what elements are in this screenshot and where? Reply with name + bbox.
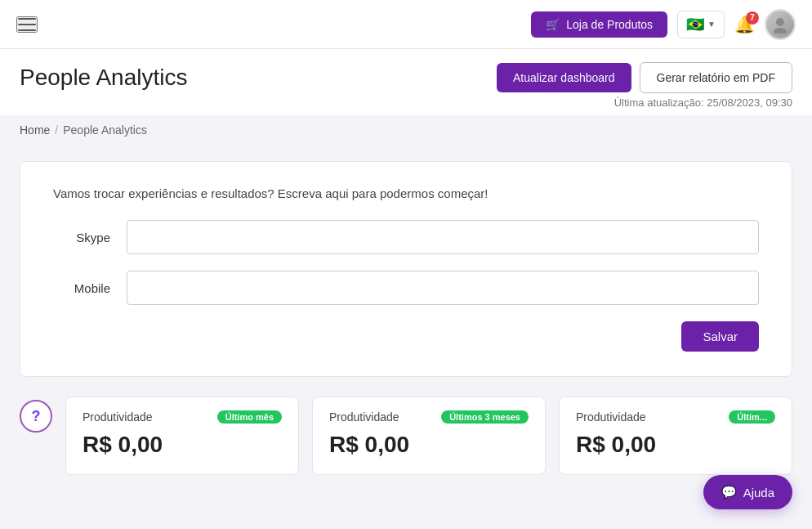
form-actions: Salvar (53, 321, 759, 352)
last-update-text: Última atualização: 25/08/2023, 09:30 (20, 96, 792, 109)
metric-value-2: R$ 0,00 (576, 432, 775, 458)
mobile-input[interactable] (127, 271, 759, 305)
skype-input[interactable] (127, 220, 759, 254)
metric-value-0: R$ 0,00 (83, 432, 282, 458)
metric-badge-1: Últimos 3 meses (441, 410, 529, 424)
skype-row: Skype (53, 220, 759, 254)
main-content: Vamos trocar experiências e resultados? … (0, 145, 812, 491)
svg-point-0 (776, 18, 784, 26)
page-header-top: People Analytics Atualizar dashboard Ger… (20, 62, 792, 93)
hamburger-button[interactable] (16, 16, 38, 33)
metric-card-2: Produtividade Últim... R$ 0,00 (559, 397, 792, 475)
metric-card-header-1: Produtividade Últimos 3 meses (329, 410, 529, 424)
flag-emoji: 🇧🇷 (686, 16, 704, 34)
notifications-button[interactable]: 🔔 7 (734, 15, 755, 34)
cart-icon: 🛒 (546, 18, 560, 31)
contact-card: Vamos trocar experiências e resultados? … (20, 161, 792, 377)
store-button[interactable]: 🛒 Loja de Produtos (531, 11, 667, 38)
metric-card-1: Produtividade Últimos 3 meses R$ 0,00 (312, 397, 546, 475)
metric-badge-2: Últim... (729, 410, 775, 424)
metric-card-title-1: Produtividade (329, 410, 399, 424)
hamburger-line-3 (18, 29, 36, 31)
notification-badge: 7 (746, 11, 759, 25)
chat-icon: 💬 (721, 485, 737, 500)
page-title: People Analytics (20, 65, 187, 91)
save-button[interactable]: Salvar (681, 321, 759, 352)
mobile-label: Mobile (53, 281, 110, 295)
svg-point-1 (774, 28, 787, 34)
metric-card-header-0: Produtividade Último mês (83, 410, 282, 424)
store-button-label: Loja de Produtos (566, 18, 653, 31)
flag-button[interactable]: 🇧🇷 ▼ (677, 11, 725, 38)
avatar (766, 11, 794, 38)
update-dashboard-button[interactable]: Atualizar dashboard (497, 63, 631, 92)
breadcrumb-home-link[interactable]: Home (20, 123, 50, 137)
ajuda-button[interactable]: 💬 Ajuda (703, 475, 792, 509)
chevron-down-icon: ▼ (707, 20, 716, 29)
contact-intro-text: Vamos trocar experiências e resultados? … (53, 186, 759, 200)
cards-section: ? Produtividade Último mês R$ 0,00 Produ… (20, 397, 792, 475)
metric-card-header-2: Produtividade Últim... (576, 410, 775, 424)
ajuda-label: Ajuda (743, 486, 774, 500)
hamburger-line-1 (18, 18, 36, 20)
help-circle-button[interactable]: ? (20, 400, 52, 433)
avatar-button[interactable] (765, 9, 796, 40)
metric-value-1: R$ 0,00 (329, 432, 529, 458)
generate-pdf-button[interactable]: Gerar relatório em PDF (640, 62, 792, 93)
breadcrumb: Home / People Analytics (0, 115, 812, 145)
hamburger-line-2 (18, 24, 36, 25)
metrics-cards-row: Produtividade Último mês R$ 0,00 Produti… (65, 397, 792, 475)
skype-label: Skype (53, 231, 110, 244)
page-header: People Analytics Atualizar dashboard Ger… (0, 49, 812, 115)
metric-badge-0: Último mês (217, 410, 282, 424)
breadcrumb-separator: / (55, 123, 58, 137)
metric-card-0: Produtividade Último mês R$ 0,00 (65, 397, 299, 475)
metric-card-title-0: Produtividade (83, 410, 153, 424)
mobile-row: Mobile (53, 271, 759, 305)
breadcrumb-current: People Analytics (63, 123, 147, 137)
metric-card-title-2: Produtividade (576, 410, 646, 424)
header-actions: Atualizar dashboard Gerar relatório em P… (497, 62, 792, 93)
nav-right: 🛒 Loja de Produtos 🇧🇷 ▼ 🔔 7 (531, 9, 796, 40)
top-nav: 🛒 Loja de Produtos 🇧🇷 ▼ 🔔 7 (0, 0, 812, 49)
